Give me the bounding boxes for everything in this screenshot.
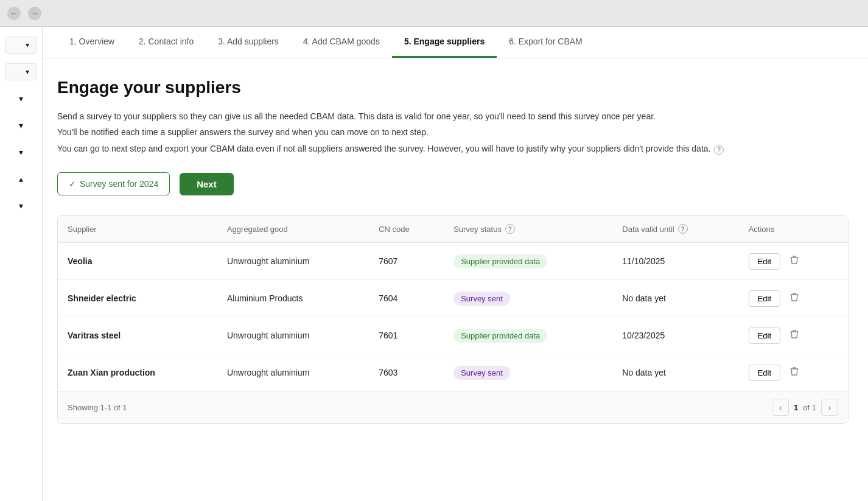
actions-cell-1: Edit [749, 290, 838, 307]
tab-cbam-goods[interactable]: 4. Add CBAM goods [291, 27, 392, 58]
chevron-up-icon: ▴ [19, 174, 23, 184]
edit-button-1[interactable]: Edit [749, 290, 780, 307]
chevron-down-icon-2: ▾ [26, 68, 29, 76]
actions-row: ✓ Survey sent for 2024 Next [57, 172, 849, 195]
cell-actions-3: Edit [739, 354, 848, 391]
cell-valid-3: No data yet [612, 354, 738, 391]
pagination-showing: Showing 1-1 of 1 [68, 403, 127, 412]
tab-contact[interactable]: 2. Contact info [127, 27, 206, 58]
cell-supplier-1: Shneider electric [58, 280, 217, 317]
top-bar: ← → [0, 0, 868, 27]
back-button[interactable]: ← [7, 7, 21, 20]
cell-cn-1: 7604 [369, 280, 444, 317]
edit-button-3[interactable]: Edit [749, 365, 780, 381]
description-help-icon[interactable]: ? [714, 145, 724, 155]
suppliers-table-container: Supplier Aggregated good CN code Survey … [57, 215, 849, 424]
table-row: Zuan Xian production Unwrought aluminium… [58, 354, 848, 391]
tab-bar: 1. Overview 2. Contact info 3. Add suppl… [43, 27, 868, 58]
survey-sent-button[interactable]: ✓ Survey sent for 2024 [57, 172, 170, 195]
cell-supplier-2: Varitras steel [58, 317, 217, 354]
delete-button-0[interactable] [786, 253, 802, 270]
sidebar-item-4[interactable]: ▴ [0, 168, 42, 190]
chevron-down-icon-5: ▾ [19, 147, 23, 157]
cell-valid-1: No data yet [612, 280, 738, 317]
page-of: of 1 [803, 403, 816, 412]
trash-icon-1 [790, 292, 799, 302]
cell-valid-0: 11/10/2025 [612, 243, 738, 280]
cell-cn-2: 7601 [369, 317, 444, 354]
status-badge-3: Survey sent [453, 366, 510, 380]
table-row: Veolia Unwrought aluminium 7607 Supplier… [58, 243, 848, 280]
col-survey-status: Survey status ? [444, 215, 612, 243]
forward-button[interactable]: → [28, 7, 41, 20]
chevron-down-icon-4: ▾ [19, 121, 23, 130]
actions-cell-3: Edit [749, 364, 838, 381]
trash-icon-2 [790, 329, 799, 339]
cell-supplier-0: Veolia [58, 243, 217, 280]
data-valid-help-icon[interactable]: ? [678, 224, 688, 234]
forward-icon: → [31, 9, 38, 18]
cell-valid-2: 10/23/2025 [612, 317, 738, 354]
cell-aggregated-2: Unwrought aluminium [217, 317, 369, 354]
trash-icon-3 [790, 366, 799, 376]
sidebar-dropdown-2[interactable]: ▾ [5, 63, 37, 80]
cell-actions-2: Edit [739, 317, 848, 354]
back-icon: ← [10, 9, 18, 18]
page-navigation: ‹ 1 of 1 › [772, 399, 838, 416]
chevron-down-icon-6: ▾ [19, 201, 23, 211]
delete-button-1[interactable] [786, 290, 802, 307]
col-actions: Actions [739, 215, 848, 243]
cell-aggregated-3: Unwrought aluminium [217, 354, 369, 391]
cell-status-0: Supplier provided data [444, 243, 612, 280]
sidebar-item-3[interactable]: ▾ [0, 141, 42, 163]
col-data-valid-until: Data valid until ? [612, 215, 738, 243]
sidebar-item-1[interactable]: ▾ [0, 88, 42, 110]
main-content: 1. Overview 2. Contact info 3. Add suppl… [43, 27, 868, 501]
sidebar: ▾ ▾ ▾ ▾ ▾ ▴ ▾ [0, 27, 43, 501]
cell-supplier-3: Zuan Xian production [58, 354, 217, 391]
next-button[interactable]: Next [180, 173, 234, 195]
edit-button-0[interactable]: Edit [749, 253, 780, 270]
actions-cell-2: Edit [749, 327, 838, 344]
status-badge-1: Survey sent [453, 292, 510, 306]
col-aggregated-good: Aggregated good [217, 215, 369, 243]
cell-status-2: Supplier provided data [444, 317, 612, 354]
sidebar-dropdown-1[interactable]: ▾ [5, 37, 37, 54]
sidebar-item-2[interactable]: ▾ [0, 114, 42, 136]
cell-actions-0: Edit [739, 243, 848, 280]
status-badge-0: Supplier provided data [453, 254, 547, 268]
sidebar-item-5[interactable]: ▾ [0, 195, 42, 217]
tab-overview[interactable]: 1. Overview [57, 27, 127, 58]
cell-actions-1: Edit [739, 280, 848, 317]
tab-add-suppliers[interactable]: 3. Add suppliers [206, 27, 291, 58]
tab-engage-suppliers[interactable]: 5. Engage suppliers [392, 27, 497, 58]
delete-button-2[interactable] [786, 327, 802, 344]
cell-aggregated-1: Aluminium Products [217, 280, 369, 317]
prev-page-button[interactable]: ‹ [772, 399, 789, 416]
chevron-down-icon-3: ▾ [19, 94, 23, 103]
actions-cell-0: Edit [749, 253, 838, 270]
tab-export[interactable]: 6. Export for CBAM [497, 27, 595, 58]
cell-cn-3: 7603 [369, 354, 444, 391]
current-page: 1 [794, 403, 798, 412]
table-row: Varitras steel Unwrought aluminium 7601 … [58, 317, 848, 354]
col-supplier: Supplier [58, 215, 217, 243]
trash-icon-0 [790, 255, 799, 265]
cell-cn-0: 7607 [369, 243, 444, 280]
check-icon: ✓ [69, 179, 76, 189]
col-cn-code: CN code [369, 215, 444, 243]
edit-button-2[interactable]: Edit [749, 328, 780, 344]
delete-button-3[interactable] [786, 364, 802, 381]
page-title: Engage your suppliers [57, 78, 849, 97]
status-badge-2: Supplier provided data [453, 329, 547, 343]
survey-status-help-icon[interactable]: ? [505, 224, 515, 234]
next-page-button[interactable]: › [821, 399, 838, 416]
chevron-down-icon-1: ▾ [26, 41, 29, 49]
table-row: Shneider electric Aluminium Products 760… [58, 280, 848, 317]
cell-status-1: Survey sent [444, 280, 612, 317]
pagination: Showing 1-1 of 1 ‹ 1 of 1 › [58, 391, 848, 423]
page-description: Send a survey to your suppliers so they … [57, 110, 849, 155]
table-header-row: Supplier Aggregated good CN code Survey … [58, 215, 848, 243]
cell-aggregated-0: Unwrought aluminium [217, 243, 369, 280]
cell-status-3: Survey sent [444, 354, 612, 391]
